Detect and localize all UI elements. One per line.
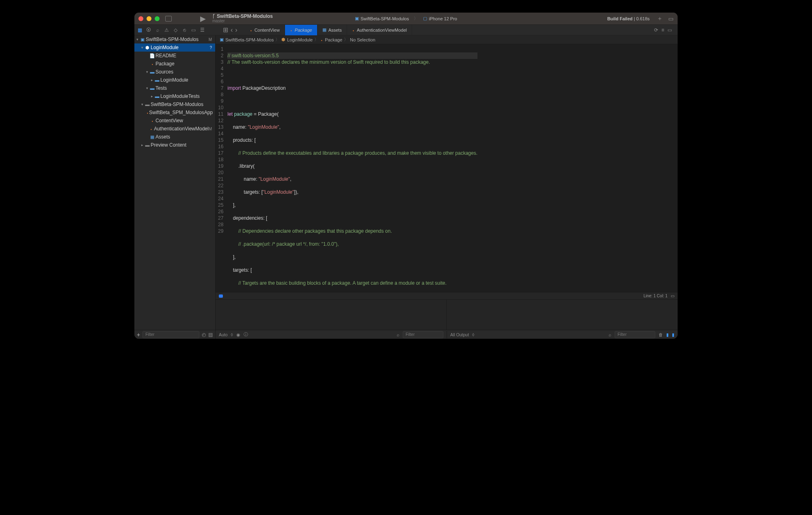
console-view[interactable] [447,300,678,330]
folder-icon: ▬ [154,94,160,99]
chevron-icon: ◊ [231,332,233,337]
build-status: Build Failed | 0.618s [607,16,650,21]
left-pane-toggle-icon[interactable]: ▮ [666,332,669,337]
source-control-navigator-icon[interactable]: ⦿ [146,27,151,33]
recent-icon[interactable]: ◴ [202,332,206,338]
inspector-toggle-icon[interactable]: ▭ [671,294,674,298]
navigator-filter-input[interactable] [143,331,199,338]
info-icon[interactable]: ⓘ [244,332,248,338]
editor-area: ▣SwiftBeta-SPM-Modulos〉 ⬢LoginModule〉 ⬩P… [216,35,678,339]
auto-label[interactable]: Auto [219,332,228,337]
symbol-navigator-icon[interactable]: ⌕ [155,27,160,33]
tree-sources[interactable]: ▾▬Sources [134,68,215,76]
package-icon: ⬢ [281,37,285,42]
project-icon: ▣ [139,37,146,42]
right-pane-toggle-icon[interactable]: ▮ [672,332,674,337]
tree-assets[interactable]: ▦Assets [134,133,215,141]
scheme-device-label: iPhone 12 Pro [429,16,457,21]
tree-root[interactable]: ▾▣SwiftBeta-SPM-ModulosM [134,35,215,43]
editor-layout-icons: ⟳ ≡ ▭ [651,27,675,33]
add-icon[interactable]: ＋ [657,15,663,22]
tree-loginmoduletests[interactable]: ▸▬LoginModuleTests [134,92,215,100]
tree-loginmodule-src[interactable]: ▸▬LoginModule [134,76,215,84]
add-editor-icon[interactable]: ▭ [667,27,672,33]
line-gutter: 1234567891011121314151617181920212223242… [216,44,227,292]
tree-app[interactable]: ⬩SwiftBeta_SPM_ModulosApp [134,108,215,117]
variables-filter-input[interactable] [403,331,443,338]
tree-loginmodule[interactable]: ▾⬢LoginModule? [134,43,215,52]
add-file-icon[interactable]: + [137,331,140,338]
forward-icon[interactable]: › [235,26,237,34]
toolbar-row: ▦ ⦿ ⌕ ⚠ ◇ ⎋ ▭ ☰ ⊞ ‹ › ⬩ContentView ⬩Pack… [134,25,678,35]
titlebar: ▶ ᚴSwiftBeta-SPM-Modulos master ▣SwiftBe… [134,13,678,25]
doc-icon: 📄 [149,53,155,58]
library-icon[interactable]: ▭ [668,15,674,22]
app-icon: ▣ [355,16,359,21]
device-icon: ▢ [423,16,427,21]
jump-bar[interactable]: ▣SwiftBeta-SPM-Modulos〉 ⬢LoginModule〉 ⬩P… [216,35,678,44]
minimize-icon[interactable] [147,16,151,21]
console-filter-input[interactable] [615,331,655,338]
output-selector[interactable]: All Output [450,332,469,337]
swift-icon: ⬩ [149,61,155,66]
trash-icon[interactable]: 🗑 [659,332,663,337]
tree-tests[interactable]: ▾▬Tests [134,84,215,92]
back-icon[interactable]: ‹ [231,26,233,34]
project-icon: ▣ [220,37,224,42]
assets-icon: ▦ [149,134,155,140]
chevron-icon: ◊ [472,332,474,337]
find-navigator-icon[interactable]: ⚠ [164,27,169,33]
variables-view[interactable] [216,300,447,330]
scheme-selector[interactable]: ▣SwiftBeta-SPM-Modulos 〉 ▢iPhone 12 Pro [352,15,460,22]
cursor-position: Line: 1 Col: 1 [644,294,667,298]
scm-filter-icon[interactable]: ▤ [208,332,213,338]
tree-package[interactable]: ⬩Package [134,60,215,68]
tree-authvm[interactable]: ⬩AuthenticationViewModelM [134,125,215,133]
debug-navigator-icon[interactable]: ⎋ [181,27,187,33]
tree-readme[interactable]: 📄README [134,52,215,60]
swift-icon: ⬩ [149,118,155,123]
loupe-icon: ⌕ [609,332,611,337]
swift-icon: ⬩ [352,28,355,32]
tab-package[interactable]: ⬩Package [285,25,317,35]
project-navigator-icon[interactable]: ▦ [137,27,143,33]
related-items-icon[interactable]: ⊞ [223,26,228,34]
project-name: SwiftBeta-SPM-Modulos [217,14,273,19]
swift-icon: ⬩ [320,37,323,42]
tab-contentview[interactable]: ⬩ContentView [245,25,285,35]
tree-contentview[interactable]: ⬩ContentView [134,117,215,125]
eye-icon[interactable]: ◉ [236,332,240,337]
test-navigator-icon[interactable]: ◇ [173,27,178,33]
folder-icon: ▬ [144,102,151,107]
report-navigator-icon[interactable]: ☰ [199,27,205,33]
editor-tabs: ⬩ContentView ⬩Package ▦Assets ⬩Authentic… [245,25,412,35]
code-body[interactable]: // swift-tools-version:5.5 // The swift-… [227,44,477,292]
adjust-editor-icon[interactable]: ≡ [661,27,664,33]
folder-icon: ▬ [149,86,155,91]
main-body: ▾▣SwiftBeta-SPM-ModulosM ▾⬢LoginModule? … [134,35,678,339]
file-tree[interactable]: ▾▣SwiftBeta-SPM-ModulosM ▾⬢LoginModule? … [134,35,215,330]
swift-icon: ⬩ [290,28,293,32]
tree-folder[interactable]: ▾▬SwiftBeta-SPM-Modulos [134,100,215,108]
swift-icon: ⬩ [250,28,253,32]
loupe-icon: ⌕ [397,332,400,337]
tab-assets[interactable]: ▦Assets [317,25,347,35]
folder-icon: ▬ [149,69,155,74]
titlebar-right: ＋ ▭ [657,15,674,22]
review-icon[interactable]: ⟳ [654,27,658,33]
code-editor[interactable]: 1234567891011121314151617181920212223242… [216,44,678,292]
folder-icon: ▬ [154,78,160,82]
minimap-icon[interactable] [219,294,223,298]
scheme-project[interactable]: ᚴSwiftBeta-SPM-Modulos master [212,14,273,24]
run-button[interactable]: ▶ [200,14,206,23]
tree-preview[interactable]: ▸▬Preview Content [134,141,215,149]
assets-icon: ▦ [322,27,326,32]
editor-status-bar: Line: 1 Col: 1 ▭ [216,292,678,299]
tab-authvm[interactable]: ⬩AuthenticationViewModel [347,25,412,35]
branch-name: master [212,19,273,24]
breakpoint-navigator-icon[interactable]: ▭ [190,27,196,33]
navigator-selector: ▦ ⦿ ⌕ ⚠ ◇ ⎋ ▭ ☰ [137,27,216,33]
sidebar-toggle-icon[interactable] [165,16,172,22]
zoom-icon[interactable] [155,16,160,21]
close-icon[interactable] [138,16,143,21]
